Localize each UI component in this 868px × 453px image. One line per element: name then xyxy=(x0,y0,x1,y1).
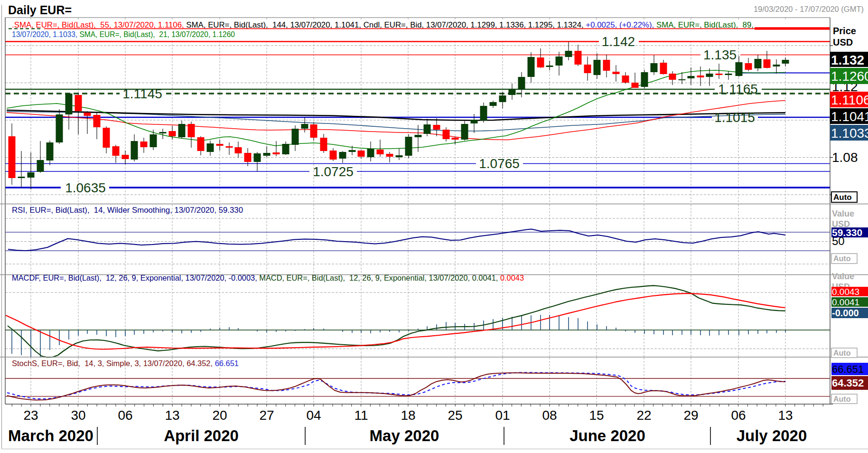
svg-text:11: 11 xyxy=(354,408,368,423)
svg-text:08: 08 xyxy=(542,408,557,423)
svg-text:64.352: 64.352 xyxy=(832,377,864,389)
svg-text:Auto: Auto xyxy=(833,349,851,357)
svg-text:July 2020: July 2020 xyxy=(737,427,807,444)
svg-text:.SMA, EUR=, Bid(Last), 55, 13: .SMA, EUR=, Bid(Last), 55, 13/07/2020, 1… xyxy=(12,20,754,29)
svg-text:06: 06 xyxy=(731,408,746,423)
svg-text:1.1015: 1.1015 xyxy=(714,110,755,125)
svg-text:30: 30 xyxy=(71,408,85,423)
svg-text:23: 23 xyxy=(23,408,38,423)
svg-text:1.132: 1.132 xyxy=(831,53,864,67)
svg-text:0.0043: 0.0043 xyxy=(832,287,859,297)
svg-text:04: 04 xyxy=(306,408,321,423)
svg-text:22: 22 xyxy=(636,408,651,423)
svg-text:0.0041: 0.0041 xyxy=(832,297,859,307)
svg-text:1.142: 1.142 xyxy=(602,34,635,49)
svg-text:01: 01 xyxy=(495,408,510,423)
svg-text:Value: Value xyxy=(832,209,854,218)
svg-text:June 2020: June 2020 xyxy=(569,427,645,444)
svg-text:20: 20 xyxy=(212,408,227,423)
svg-text:Auto: Auto xyxy=(833,193,852,202)
svg-text:Auto: Auto xyxy=(833,255,851,263)
svg-text:USD: USD xyxy=(833,37,853,47)
svg-text:1.0635: 1.0635 xyxy=(65,180,106,195)
svg-text:Daily EUR=: Daily EUR= xyxy=(8,3,72,17)
svg-text:13/07/2020, 1.1033, SMA, EUR=,: 13/07/2020, 1.1033, SMA, EUR=, Bid(Last)… xyxy=(12,30,235,39)
svg-text:Auto: Auto xyxy=(833,395,851,403)
svg-text:Price: Price xyxy=(833,26,856,36)
svg-text:1.135: 1.135 xyxy=(703,47,737,62)
svg-text:1.0765: 1.0765 xyxy=(479,156,520,171)
svg-text:1.1106: 1.1106 xyxy=(831,93,868,107)
svg-text:19/03/2020 - 17/07/2020 (GMT): 19/03/2020 - 17/07/2020 (GMT) xyxy=(754,5,864,13)
svg-text:1.1165: 1.1165 xyxy=(718,82,758,96)
svg-text:13: 13 xyxy=(165,408,179,423)
svg-text:March 2020: March 2020 xyxy=(8,427,93,444)
svg-text:13: 13 xyxy=(778,408,793,423)
svg-text:1.1260: 1.1260 xyxy=(831,69,868,84)
svg-text:27: 27 xyxy=(259,408,274,423)
svg-text:RSI, EUR=, Bid(Last), 14, Wil: RSI, EUR=, Bid(Last), 14, Wilder Smoothi… xyxy=(12,206,243,214)
svg-text:-0.000: -0.000 xyxy=(832,308,859,318)
svg-text:25: 25 xyxy=(448,408,462,423)
svg-text:1.1041: 1.1041 xyxy=(831,109,868,124)
svg-text:1.1033: 1.1033 xyxy=(831,126,868,141)
svg-text:1.08: 1.08 xyxy=(832,150,858,165)
svg-text:Value: Value xyxy=(832,272,854,281)
svg-text:StochS, EUR=, Bid, 14, 3, Sim: StochS, EUR=, Bid, 14, 3, Simple, 3, 13/… xyxy=(12,359,239,368)
svg-text:06: 06 xyxy=(118,408,132,423)
svg-text:1.0725: 1.0725 xyxy=(313,164,354,179)
svg-text:1.1145: 1.1145 xyxy=(122,86,162,101)
svg-text:66.651: 66.651 xyxy=(832,363,864,375)
svg-text:MACDF, EUR=, Bid(Last), 12, 2: MACDF, EUR=, Bid(Last), 12, 26, 9, Expon… xyxy=(12,274,524,282)
svg-text:18: 18 xyxy=(401,408,415,423)
svg-text:May 2020: May 2020 xyxy=(370,427,439,444)
svg-text:59.330: 59.330 xyxy=(832,227,862,238)
svg-text:April 2020: April 2020 xyxy=(164,427,239,444)
svg-text:29: 29 xyxy=(683,408,698,423)
svg-text:15: 15 xyxy=(589,408,604,423)
